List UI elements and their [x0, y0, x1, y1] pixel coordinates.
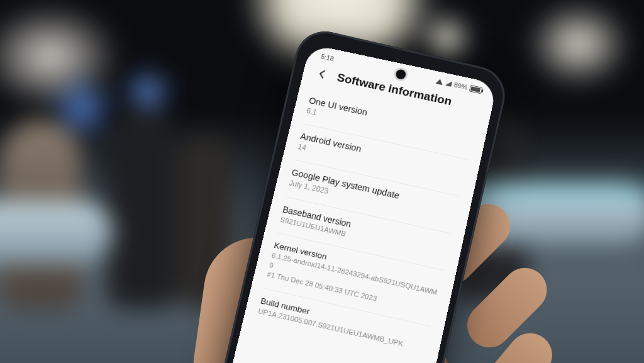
person-blur: [176, 132, 233, 308]
desk-blur: [0, 201, 113, 264]
signal-icon: [445, 80, 452, 86]
wifi-icon: [435, 78, 443, 85]
chevron-left-icon: [316, 68, 329, 81]
battery-icon: [469, 85, 483, 94]
person-blur: [107, 107, 176, 308]
back-button[interactable]: [314, 66, 331, 82]
